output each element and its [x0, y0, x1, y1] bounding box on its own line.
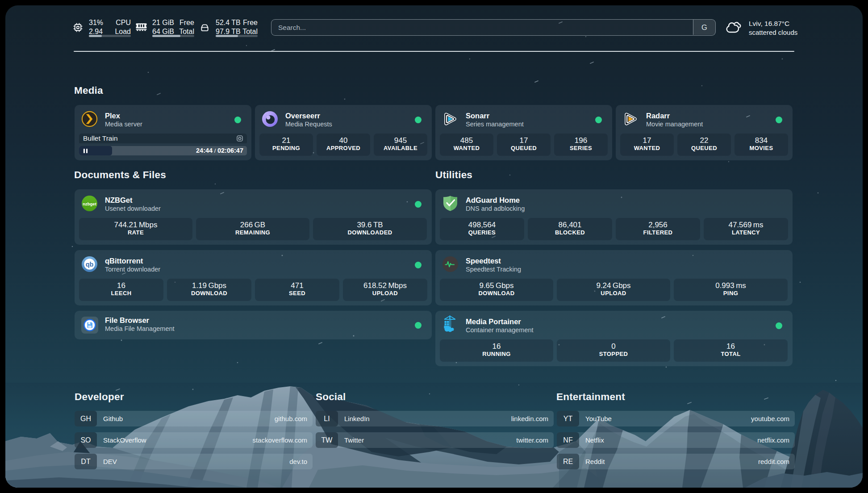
svg-text:nzbget: nzbget [83, 201, 96, 206]
svg-text:qb: qb [86, 261, 94, 268]
